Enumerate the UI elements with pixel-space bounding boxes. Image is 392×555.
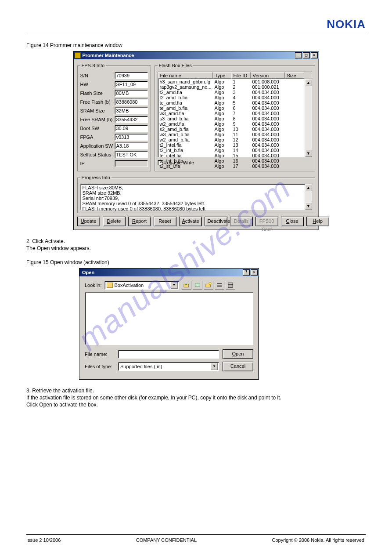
sram-field[interactable]: 32MB (115, 107, 148, 114)
update-button[interactable]: Update (77, 217, 100, 226)
flash-files-listbox[interactable]: File name Type File ID Version Size h3_s… (158, 72, 312, 157)
table-row[interactable]: w2_amd_b.fiaAlgo12004.034.000 (158, 137, 312, 142)
brand-logo: NOKIA (327, 18, 366, 31)
delete-button[interactable]: Delete (103, 217, 126, 226)
hw-label: HW (80, 82, 115, 87)
table-row[interactable]: w2_amd.fiaAlgo9004.034.000 (158, 121, 312, 127)
close-button[interactable]: ✕ (311, 52, 318, 58)
table-row[interactable]: s3_amd_b.fiaAlgo8004.034.000 (158, 116, 312, 121)
lookin-dropdown-icon[interactable]: ▼ (171, 282, 178, 289)
progress-info-group: Progress Info FLASH size:80MB,SRAM size:… (77, 175, 315, 213)
progress-line: FLASH size:80MB, (83, 185, 310, 190)
folder-icon (107, 283, 113, 288)
lookin-combo[interactable]: BoxActivation ▼ (104, 281, 179, 290)
lookin-label: Look in: (85, 283, 102, 288)
fps10-button: FPS10 Conf (255, 217, 278, 226)
table-row[interactable]: t2_amd_b.fiaAlgo4004.034.000 (158, 95, 312, 100)
open-file-button[interactable]: Open (223, 349, 253, 359)
col-filename[interactable]: File name (158, 72, 213, 79)
table-row[interactable]: te_amd_b.fiaAlgo6004.034.000 (158, 105, 312, 111)
maximize-button[interactable]: □ (303, 52, 310, 58)
table-row[interactable]: w3_amd.fiaAlgo7004.034.000 (158, 111, 312, 116)
fps8-legend: FPS-8 Info (80, 63, 106, 68)
table-row[interactable]: te_int_b.fiaAlgo16004.034.000 (158, 158, 312, 163)
flashsize-field[interactable]: 80MB (115, 90, 148, 97)
header-rule (26, 34, 366, 34)
table-row[interactable]: t2_amd.fiaAlgo3004.034.000 (158, 90, 312, 95)
filetype-dropdown-icon[interactable]: ▼ (211, 363, 218, 370)
open-dialog-window: Open ? ✕ Look in: BoxActivation ▼ (79, 268, 259, 380)
table-row[interactable]: t2_st_i.fiaAlgo17004.034.000 (158, 163, 312, 169)
footer-center: COMPANY CONFIDENTIAL (136, 537, 197, 543)
selftest-label: Selftest Status (80, 152, 115, 157)
table-row[interactable]: te_intel.fiaAlgo15004.034.000 (158, 153, 312, 158)
activate-button[interactable]: Activate (179, 217, 202, 226)
cancel-button[interactable]: Cancel (223, 362, 253, 371)
sram-label: SRAM Size (80, 108, 115, 113)
report-button[interactable]: Report (128, 217, 151, 226)
reset-button[interactable]: Reset (154, 217, 176, 226)
progress-textarea[interactable]: FLASH size:80MB,SRAM size:32MB,Serial nb… (80, 184, 312, 210)
appsw-label: Application SW (80, 143, 115, 149)
progress-line: FLASH memory used 0 of 83886080. 8388608… (83, 206, 310, 211)
file-area[interactable] (85, 292, 253, 345)
svg-point-3 (209, 283, 211, 285)
minimize-button[interactable]: _ (295, 52, 302, 58)
details-button: Details (230, 217, 253, 226)
list-view-icon[interactable] (215, 281, 224, 290)
open-appears-text: The Open window appears. (26, 245, 366, 251)
help-titlebar-button[interactable]: ? (243, 269, 250, 276)
scroll-up-icon[interactable]: ▲ (305, 79, 312, 86)
figure-15-label: Figure 15 Open window (activation) (26, 259, 366, 265)
up-folder-icon[interactable] (182, 281, 191, 290)
table-row[interactable]: t2_int_b.fiaAlgo14004.034.000 (158, 148, 312, 153)
step-3b-text: If the activation file is stored on some… (26, 395, 366, 401)
table-row[interactable]: te_amd.fiaAlgo5004.034.000 (158, 100, 312, 105)
col-type[interactable]: Type (213, 72, 231, 79)
footer-right: Copyright © 2006 Nokia. All rights reser… (272, 537, 366, 543)
col-version[interactable]: Version (251, 72, 285, 79)
table-row[interactable]: t2_intel.fiaAlgo13004.034.000 (158, 142, 312, 148)
prommer-app-icon (75, 52, 81, 58)
step-2-text: 2. Click Activate. (26, 238, 366, 244)
close-dialog-button[interactable]: Close (281, 217, 304, 226)
new-folder-icon[interactable] (204, 281, 213, 290)
fpga-field[interactable]: v0313 (115, 134, 148, 141)
ip-field (115, 160, 148, 167)
open-title: Open (80, 270, 243, 275)
fps8-info-group: FPS-8 Info S/N70939 HWSF11_09 Flash Size… (77, 63, 151, 171)
progress-scrollbar[interactable]: ▲ ▼ (305, 184, 312, 210)
deactivate-button[interactable]: Deactivate (205, 217, 227, 226)
files-scrollbar[interactable]: ▲ ▼ (305, 79, 312, 157)
sn-field[interactable]: 70939 (115, 72, 148, 79)
prommer-maintenance-window: Prommer Maintenance _ □ ✕ FPS-8 Info S/N… (73, 51, 319, 230)
hw-field[interactable]: SF11_09 (115, 81, 148, 88)
col-size[interactable]: Size (285, 72, 304, 79)
filename-input[interactable] (118, 350, 219, 359)
bootsw-field[interactable]: 30.09 (115, 125, 148, 132)
desktop-icon[interactable] (193, 281, 202, 290)
details-view-icon[interactable] (226, 281, 235, 290)
col-fileid[interactable]: File ID (231, 72, 251, 79)
table-row[interactable]: h3_sam_nand_gbbm.fgAlgo1001.008.000 (158, 79, 312, 84)
scroll-down-icon[interactable]: ▼ (305, 150, 312, 157)
table-row[interactable]: w3_amd_b.fiaAlgo11004.034.000 (158, 132, 312, 137)
freesram-field[interactable]: 33554432 (115, 116, 148, 123)
selftest-field[interactable]: TEST OK (115, 151, 148, 158)
table-row[interactable]: rap3gv2_samsung_no...Algo2001.000.021 (158, 84, 312, 90)
progress-scroll-up-icon[interactable]: ▲ (305, 184, 312, 191)
prommer-titlebar[interactable]: Prommer Maintenance _ □ ✕ (74, 51, 319, 59)
help-button[interactable]: Help (306, 217, 329, 226)
progress-line: Serial nbr:70939, (83, 196, 310, 201)
appsw-field[interactable]: A3.18 (115, 142, 148, 149)
open-close-button[interactable]: ✕ (251, 269, 258, 276)
footer-left: Issue 2 10/2006 (26, 537, 61, 543)
filetype-combo[interactable]: Supported files (.in) ▼ (118, 362, 219, 371)
progress-scroll-down-icon[interactable]: ▼ (305, 203, 312, 210)
freeflash-field[interactable]: 83886080 (115, 98, 148, 105)
freesram-label: Free SRAM (b) (80, 117, 115, 122)
table-row[interactable]: s2_amd_b.fiaAlgo10004.034.000 (158, 127, 312, 132)
fpga-label: FPGA (80, 134, 115, 140)
open-titlebar[interactable]: Open ? ✕ (79, 268, 259, 276)
bootsw-label: Boot SW (80, 126, 115, 131)
